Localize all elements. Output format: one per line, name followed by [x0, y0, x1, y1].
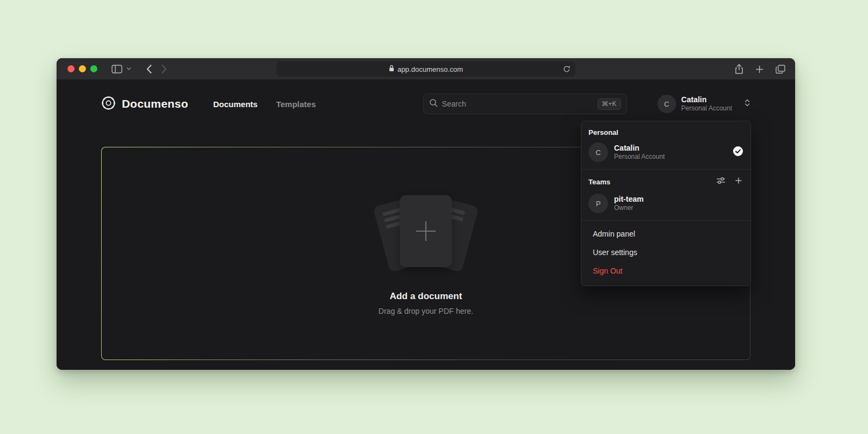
close-window-button[interactable] — [67, 65, 75, 72]
browser-window: app.documenso.com Documenso — [57, 58, 795, 370]
personal-avatar: C — [588, 142, 608, 162]
forward-icon[interactable] — [161, 64, 168, 74]
menu-item-admin-panel[interactable]: Admin panel — [581, 225, 751, 243]
app-page: Documenso Documents Templates ⌘+K C Cata… — [57, 80, 795, 370]
nav-templates[interactable]: Templates — [276, 100, 316, 109]
documenso-logo-icon — [101, 96, 116, 113]
share-icon[interactable] — [735, 64, 743, 75]
search-box[interactable]: ⌘+K — [423, 94, 627, 114]
menu-item-user-settings[interactable]: User settings — [581, 243, 751, 262]
back-icon[interactable] — [146, 64, 152, 74]
menu-item-sign-out[interactable]: Sign Out — [581, 262, 751, 280]
chevrons-up-down-icon — [744, 98, 751, 109]
team-name: pit-team — [614, 194, 743, 204]
brand[interactable]: Documenso — [101, 96, 188, 113]
personal-section-label: Personal — [581, 121, 751, 141]
add-document-plus-icon — [416, 221, 436, 241]
team-item[interactable]: P pit-team Owner — [581, 192, 751, 220]
lock-icon — [389, 65, 394, 73]
traffic-lights — [67, 65, 97, 72]
new-tab-icon[interactable] — [755, 65, 764, 73]
account-dropdown: Personal C Catalin Personal Account Team… — [581, 121, 751, 286]
minimize-window-button[interactable] — [79, 65, 86, 72]
account-name: Catalin — [681, 95, 732, 105]
account-type: Personal Account — [681, 104, 732, 113]
documents-illustration-icon — [369, 192, 483, 275]
sidebar-toggle-icon[interactable] — [111, 65, 122, 73]
tab-overview-icon[interactable] — [776, 65, 785, 74]
url-text: app.documenso.com — [398, 65, 463, 73]
reload-icon[interactable] — [563, 65, 571, 73]
brand-name: Documenso — [122, 97, 188, 110]
manage-teams-icon[interactable] — [716, 177, 726, 187]
search-input[interactable] — [442, 100, 593, 108]
personal-account-item[interactable]: C Catalin Personal Account — [581, 141, 751, 169]
nav-documents[interactable]: Documents — [213, 100, 258, 109]
zoom-window-button[interactable] — [90, 65, 97, 72]
team-role: Owner — [614, 204, 743, 213]
browser-toolbar: app.documenso.com — [57, 58, 795, 80]
teams-section-label: Teams — [588, 178, 716, 186]
add-team-icon[interactable] — [735, 177, 742, 187]
account-avatar: C — [658, 95, 676, 113]
main-nav: Documents Templates — [213, 100, 316, 109]
dropzone-subtitle: Drag & drop your PDF here. — [379, 307, 473, 315]
account-menu-button[interactable]: C Catalin Personal Account — [658, 95, 751, 113]
team-avatar: P — [588, 194, 608, 213]
personal-name: Catalin — [614, 143, 727, 153]
selected-check-icon — [733, 146, 743, 159]
address-bar[interactable]: app.documenso.com — [276, 61, 575, 77]
sidebar-chevron-down-icon[interactable] — [126, 67, 132, 71]
search-shortcut-badge: ⌘+K — [598, 98, 621, 110]
personal-subtitle: Personal Account — [614, 153, 727, 162]
search-icon — [429, 98, 438, 109]
dropzone-title: Add a document — [389, 291, 462, 302]
